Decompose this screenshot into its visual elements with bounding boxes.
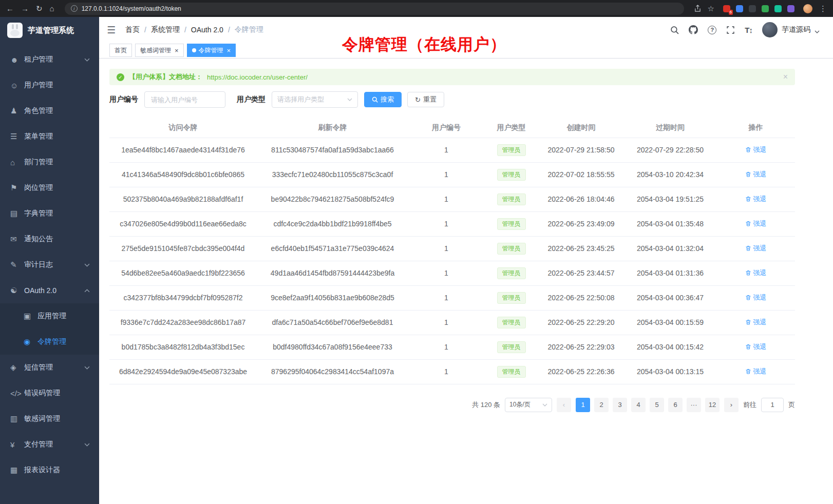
tab-token[interactable]: 令牌管理 × xyxy=(187,44,236,57)
pager-page-12[interactable]: 12 xyxy=(705,398,720,412)
delete-icon xyxy=(745,344,751,350)
sidebar-item-oauth-token[interactable]: ◉ 令牌管理 xyxy=(0,329,99,355)
forward-icon[interactable]: → xyxy=(21,5,29,12)
force-logout-button[interactable]: 强退 xyxy=(745,318,767,327)
user-menu[interactable]: 芋道源码 xyxy=(762,22,820,37)
url-text: 127.0.0.1:1024/system/oauth2/token xyxy=(82,5,181,12)
font-size-icon[interactable]: T↕ xyxy=(745,26,752,34)
sidebar-item-audit[interactable]: ✎ 审计日志 xyxy=(0,252,99,278)
browser-profile-avatar[interactable] xyxy=(803,4,812,13)
help-icon[interactable]: ? xyxy=(708,26,716,34)
sidebar-item-pay[interactable]: ¥ 支付管理 xyxy=(0,432,99,457)
page-size-select[interactable]: 10条/页 xyxy=(505,398,552,412)
force-logout-button[interactable]: 强退 xyxy=(745,195,767,204)
back-icon[interactable]: ← xyxy=(6,5,14,12)
pager-next[interactable]: › xyxy=(724,398,739,412)
extension-dark-icon[interactable] xyxy=(749,5,756,12)
github-icon[interactable] xyxy=(689,25,698,34)
extension-purple-icon[interactable] xyxy=(787,5,794,12)
access-token-cell: 275e5de9151045fe87cbdc395e004f4d xyxy=(109,236,257,261)
column-header: 用户类型 xyxy=(484,118,538,138)
sidebar-item-user[interactable]: ☺ 用户管理 xyxy=(0,72,99,98)
extension-blue-icon[interactable] xyxy=(736,5,743,12)
tab-home[interactable]: 首页 xyxy=(109,44,132,57)
sidebar-item-dict[interactable]: ▤ 字典管理 xyxy=(0,201,99,226)
user-id-label: 用户编号 xyxy=(109,95,138,104)
force-logout-button[interactable]: 强退 xyxy=(745,170,767,179)
search-icon[interactable] xyxy=(670,26,679,34)
sidebar-item-dept[interactable]: ⌂ 部门管理 xyxy=(0,149,99,175)
goto-input[interactable] xyxy=(761,398,784,412)
pager-page-5[interactable]: 5 xyxy=(650,398,664,412)
sidebar-item-sms[interactable]: ◈ 短信管理 xyxy=(0,355,99,380)
extension-icons: 6 xyxy=(723,5,794,12)
pager-prev[interactable]: ‹ xyxy=(557,398,571,412)
table-row: b0d1785bc3a8482f812db4a3f3bd15ec b0df498… xyxy=(109,335,795,359)
pager-page-2[interactable]: 2 xyxy=(594,398,609,412)
sidebar-item-tenant[interactable]: ☻ 租户管理 xyxy=(0,47,99,72)
user-id-cell: 1 xyxy=(408,335,484,359)
sidebar-collapse-icon[interactable]: ☰ xyxy=(107,24,116,36)
pager-page-6[interactable]: 6 xyxy=(668,398,683,412)
pager-page-3[interactable]: 3 xyxy=(613,398,627,412)
sidebar-item-oauth-app[interactable]: ▣ 应用管理 xyxy=(0,303,99,329)
sidebar-item-sensitive[interactable]: ▥ 敏感词管理 xyxy=(0,406,99,432)
sidebar-item-role[interactable]: ♟ 角色管理 xyxy=(0,98,99,124)
search-button[interactable]: 搜索 xyxy=(364,92,402,107)
column-header: 刷新令牌 xyxy=(257,118,408,138)
access-token-cell: 54d6be82ee5a460a9aedc1f9bf223656 xyxy=(109,261,257,285)
fullscreen-icon[interactable] xyxy=(726,26,735,34)
user-type-cell: 管理员 xyxy=(484,211,538,236)
home-icon[interactable]: ⌂ xyxy=(50,5,54,12)
force-logout-button[interactable]: 强退 xyxy=(745,342,767,352)
extension-green-icon[interactable] xyxy=(762,5,769,12)
reset-button[interactable]: ↻ 重置 xyxy=(407,92,444,107)
filter-form: 用户编号 用户类型 请选择用户类型 搜索 ↻ 重置 xyxy=(109,91,795,108)
user-type-badge: 管理员 xyxy=(497,267,526,279)
breadcrumb-item[interactable]: 系统管理 / xyxy=(151,25,191,34)
app-logo[interactable]: 芋道管理系统 xyxy=(0,17,99,44)
action-cell: 强退 xyxy=(716,359,795,384)
breadcrumb-item[interactable]: OAuth 2.0 / xyxy=(191,26,235,34)
tab-sensitive-word[interactable]: 敏感词管理 × xyxy=(135,44,184,57)
pager-page-4[interactable]: 4 xyxy=(631,398,646,412)
pager-page-1[interactable]: 1 xyxy=(576,398,590,412)
force-logout-button[interactable]: 强退 xyxy=(745,367,767,376)
tab-close-icon[interactable]: × xyxy=(175,47,179,54)
sidebar-item-oauth[interactable]: ☯ OAuth 2.0 xyxy=(0,278,99,303)
user-type-select[interactable]: 请选择用户类型 xyxy=(272,91,358,108)
user-id-cell: 1 xyxy=(408,162,484,187)
sidebar-item-report[interactable]: ▦ 报表设计器 xyxy=(0,457,99,483)
goto-label: 前往 xyxy=(743,400,756,410)
browser-menu-icon[interactable]: ⋮ xyxy=(819,5,827,12)
force-logout-button[interactable]: 强退 xyxy=(745,244,767,253)
reload-icon[interactable]: ↻ xyxy=(36,5,43,12)
refresh-token-cell: 49d1aa46d1454fbd87591444423be9fa xyxy=(257,261,408,285)
alert-close-icon[interactable]: × xyxy=(783,72,788,82)
user-id-input[interactable] xyxy=(144,91,225,108)
tab-close-icon[interactable]: × xyxy=(227,47,231,54)
force-logout-button[interactable]: 强退 xyxy=(745,145,767,154)
extension-red-icon[interactable]: 6 xyxy=(723,5,730,12)
extension-teal-icon[interactable] xyxy=(774,5,782,12)
breadcrumb-item[interactable]: 首页 / xyxy=(125,25,151,34)
url-bar[interactable]: i 127.0.0.1:1024/system/oauth2/token xyxy=(65,3,684,15)
force-logout-button[interactable]: 强退 xyxy=(745,268,767,278)
sidebar-item-menu[interactable]: ☰ 菜单管理 xyxy=(0,124,99,149)
bookmark-star-icon[interactable]: ☆ xyxy=(708,5,714,12)
pager-ellipsis[interactable]: ··· xyxy=(687,398,701,412)
share-icon[interactable] xyxy=(694,5,701,12)
table-row: 1ea5e44f8bc1467aaede43144f31de76 811c530… xyxy=(109,138,795,162)
chrome-toolbar: ☆ 6 ⋮ xyxy=(694,4,827,13)
expire-time-cell: 2054-03-04 00:36:47 xyxy=(624,285,716,310)
create-time-cell: 2022-06-25 22:26:36 xyxy=(538,359,624,384)
expire-time-cell: 2054-03-04 01:31:36 xyxy=(624,261,716,285)
doc-link[interactable]: https://doc.iocoder.cn/user-center/ xyxy=(207,73,308,81)
force-logout-button[interactable]: 强退 xyxy=(745,293,767,302)
site-info-icon[interactable]: i xyxy=(71,5,78,12)
sidebar-item-notice[interactable]: ✉ 通知公告 xyxy=(0,226,99,252)
force-logout-button[interactable]: 强退 xyxy=(745,219,767,228)
sidebar-item-errcode[interactable]: </> 错误码管理 xyxy=(0,380,99,406)
breadcrumb-item[interactable]: 令牌管理 xyxy=(235,25,263,34)
sidebar-item-post[interactable]: ⚑ 岗位管理 xyxy=(0,175,99,201)
